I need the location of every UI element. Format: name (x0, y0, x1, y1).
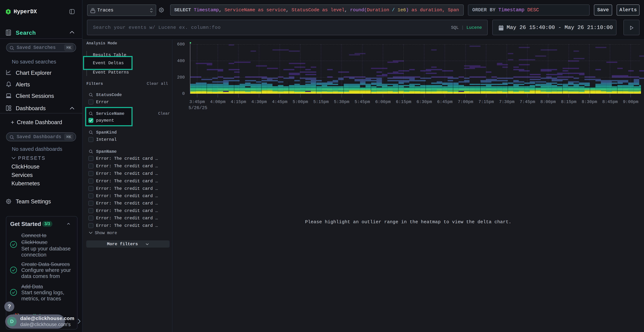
svg-text:5:00pm: 5:00pm (293, 100, 308, 104)
svg-text:8:15pm: 8:15pm (561, 100, 576, 104)
svg-text:6:00pm: 6:00pm (375, 100, 390, 104)
svg-text:7:30pm: 7:30pm (499, 100, 514, 104)
svg-text:5:15pm: 5:15pm (313, 100, 328, 104)
svg-text:5:30pm: 5:30pm (334, 100, 349, 104)
svg-text:3:45pm: 3:45pm (190, 100, 205, 104)
svg-text:8:30pm: 8:30pm (582, 100, 597, 104)
svg-text:4:45pm: 4:45pm (272, 100, 287, 104)
svg-text:9:00pm: 9:00pm (623, 100, 638, 104)
svg-text:4:15pm: 4:15pm (231, 100, 246, 104)
svg-text:6:30pm: 6:30pm (416, 100, 432, 104)
svg-text:5:45pm: 5:45pm (354, 100, 370, 104)
svg-text:4:00pm: 4:00pm (210, 100, 226, 104)
svg-text:8:00pm: 8:00pm (540, 100, 556, 104)
svg-text:8:45pm: 8:45pm (602, 100, 618, 104)
svg-text:7:45pm: 7:45pm (520, 100, 535, 104)
svg-text:6:45pm: 6:45pm (437, 100, 452, 104)
svg-text:4:30pm: 4:30pm (251, 100, 267, 104)
svg-text:6:15pm: 6:15pm (396, 100, 411, 104)
svg-text:7:15pm: 7:15pm (478, 100, 494, 104)
svg-text:7:00pm: 7:00pm (458, 100, 473, 104)
